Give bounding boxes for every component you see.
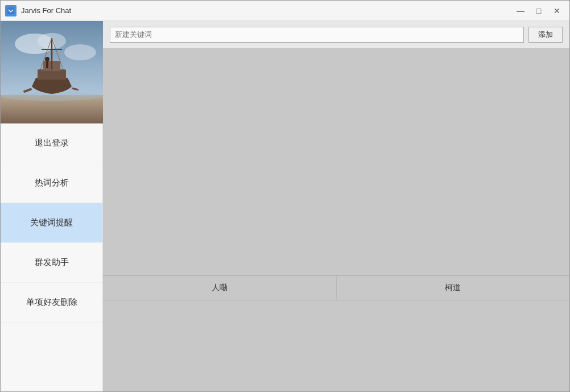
sidebar-nav: 退出登录 热词分析 关键词提醒 群发助手 单项好友删除 <box>1 123 102 391</box>
app-title: Jarvis For Chat <box>21 6 513 15</box>
sidebar-item-broadcast[interactable]: 群发助手 <box>1 243 102 283</box>
sidebar-image <box>1 21 103 123</box>
title-bar: Jarvis For Chat — □ ✕ <box>1 1 569 21</box>
keyword-cell-1[interactable]: 人嘞 <box>103 276 337 300</box>
keyword-list: 人嘞 柯道 <box>103 48 569 391</box>
sidebar-item-logout[interactable]: 退出登录 <box>1 123 102 163</box>
main-content: 添加 人嘞 柯道 <box>103 21 569 391</box>
window-controls: — □ ✕ <box>513 3 565 19</box>
svg-rect-0 <box>7 7 14 14</box>
sidebar-item-hotword[interactable]: 热词分析 <box>1 163 102 203</box>
keyword-input[interactable] <box>110 27 524 43</box>
keyword-table-container: 人嘞 柯道 <box>103 48 569 391</box>
close-button[interactable]: ✕ <box>549 3 565 19</box>
add-button[interactable]: 添加 <box>528 27 563 43</box>
minimize-button[interactable]: — <box>513 3 528 19</box>
toolbar: 添加 <box>103 21 569 48</box>
keyword-cell-2[interactable]: 柯道 <box>337 276 570 300</box>
svg-point-4 <box>64 44 96 60</box>
keyword-table-row: 人嘞 柯道 <box>103 275 569 300</box>
sidebar-item-unfriend[interactable]: 单项好友删除 <box>1 283 102 323</box>
maximize-button[interactable]: □ <box>531 3 547 19</box>
main-window: Jarvis For Chat — □ ✕ <box>0 0 570 392</box>
sidebar-item-keyword[interactable]: 关键词提醒 <box>1 203 102 243</box>
app-icon <box>5 5 16 16</box>
svg-rect-14 <box>46 61 48 68</box>
svg-point-13 <box>45 57 49 61</box>
sidebar: 退出登录 热词分析 关键词提醒 群发助手 单项好友删除 <box>1 21 103 391</box>
window-body: 退出登录 热词分析 关键词提醒 群发助手 单项好友删除 <box>1 21 569 391</box>
